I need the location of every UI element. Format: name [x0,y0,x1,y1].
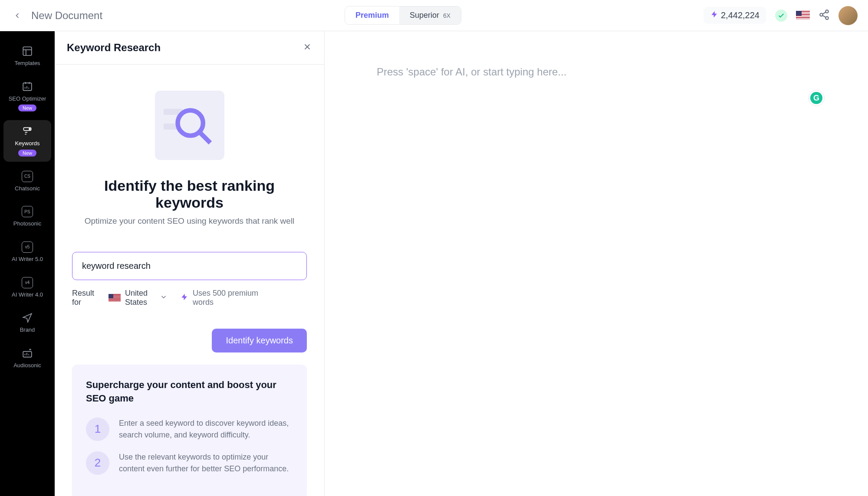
ai-writer-5-icon: v5 [21,241,33,253]
sidebar-item-chatsonic[interactable]: CS Chatsonic [3,165,51,197]
tip-text: Enter a seed keyword to discover keyword… [119,418,293,441]
sidebar-label: Chatsonic [15,185,40,192]
country-dropdown[interactable]: United States [108,289,168,307]
bolt-icon [181,293,188,303]
header-right: 2,442,224 [704,6,858,25]
svg-point-0 [825,10,829,13]
sidebar: Templates SEO Optimizer New Keywords New… [0,31,55,496]
svg-point-2 [825,16,829,20]
uses-info: Uses 500 premium words [181,289,262,307]
result-for-label: Result for [72,289,102,307]
svg-point-1 [820,13,823,16]
sidebar-item-ai-writer-4[interactable]: v4 AI Writer 4.0 [3,271,51,303]
document-editor[interactable]: Press 'space' for AI, or start typing he… [325,31,868,496]
sidebar-label: Templates [14,60,40,67]
identify-keywords-button[interactable]: Identify keywords [212,329,307,352]
tip-text: Use the relevant keywords to optimize yo… [119,451,293,475]
input-meta-row: Result for United States Uses 500 premiu… [72,289,307,307]
chatsonic-icon: CS [21,170,33,183]
us-flag-icon [108,294,121,302]
keyword-input[interactable] [72,252,307,280]
sidebar-label: SEO Optimizer [9,95,46,102]
photosonic-icon: PS [21,206,33,218]
country-name: United States [125,289,155,307]
new-badge: New [18,150,36,157]
svg-line-4 [822,12,825,14]
svg-point-23 [178,111,203,136]
back-button[interactable] [10,9,24,23]
audiosonic-icon [21,347,33,359]
sidebar-item-audiosonic[interactable]: Audiosonic [3,342,51,374]
share-button[interactable] [819,9,830,22]
grammarly-widget[interactable]: G [808,90,825,106]
status-check-icon[interactable] [775,10,787,22]
close-button[interactable] [302,42,312,53]
sidebar-item-brand[interactable]: Brand [3,307,51,339]
main-layout: Templates SEO Optimizer New Keywords New… [0,31,868,496]
v5-icon-box: v5 [22,241,33,253]
hero-subtitle: Optimize your content SEO using keywords… [72,216,307,226]
keywords-icon [21,125,33,137]
superior-badge: 6X [443,12,450,19]
svg-line-3 [822,15,825,17]
user-avatar[interactable] [838,6,858,25]
tip-1: 1 Enter a seed keyword to discover keywo… [86,418,293,441]
hero-search-icon [155,91,224,160]
sidebar-label: Photosonic [13,220,41,227]
tips-title: Supercharge your content and boost your … [86,379,293,405]
flag-icon[interactable] [796,11,810,20]
svg-rect-17 [23,351,32,357]
svg-rect-8 [23,83,32,90]
credits-pill[interactable]: 2,442,224 [704,7,766,24]
v4-icon-box: v4 [22,277,33,288]
app-header: New Document Premium Superior 6X 2,442,2… [0,0,868,31]
keyword-research-panel: Keyword Research Identify the best ranki… [55,31,325,496]
svg-rect-5 [23,47,32,55]
panel-title: Keyword Research [67,42,161,54]
document-title[interactable]: New Document [31,10,102,22]
ai-writer-4-icon: v4 [21,277,33,289]
sidebar-item-photosonic[interactable]: PS Photosonic [3,200,51,232]
tip-number: 2 [86,451,109,475]
superior-tab[interactable]: Superior 6X [399,7,461,24]
chevron-down-icon [160,293,168,303]
hero-title: Identify the best ranking keywords [72,177,307,211]
uses-text: Uses 500 premium words [193,289,262,307]
svg-line-24 [199,132,210,143]
tip-2: 2 Use the relevant keywords to optimize … [86,451,293,475]
sidebar-item-seo-optimizer[interactable]: SEO Optimizer New [3,75,51,117]
credits-value: 2,442,224 [721,10,760,20]
premium-tab[interactable]: Premium [345,7,399,24]
tip-number: 1 [86,418,109,441]
sidebar-label: AI Writer 5.0 [12,256,43,263]
new-badge: New [18,104,36,111]
svg-point-14 [29,128,30,130]
templates-icon [21,45,33,57]
sidebar-label: Brand [20,326,35,333]
brand-icon [21,312,33,324]
superior-label: Superior [410,11,439,20]
plan-toggle: Premium Superior 6X [345,6,461,25]
sidebar-item-templates[interactable]: Templates [3,40,51,72]
tips-box: Supercharge your content and boost your … [72,365,307,496]
bolt-icon [710,10,718,20]
panel-body: Identify the best ranking keywords Optim… [55,65,324,496]
sidebar-label: Keywords [15,140,39,147]
panel-header: Keyword Research [55,31,324,65]
seo-optimizer-icon [21,81,33,93]
cs-icon-box: CS [22,171,33,182]
sidebar-label: Audiosonic [13,362,41,369]
sidebar-item-ai-writer-5[interactable]: v5 AI Writer 5.0 [3,236,51,268]
sidebar-item-keywords[interactable]: Keywords New [3,120,51,162]
grammarly-icon: G [810,92,822,104]
editor-placeholder: Press 'space' for AI, or start typing he… [377,66,816,78]
ps-icon-box: PS [22,206,33,217]
sidebar-label: AI Writer 4.0 [12,291,43,298]
